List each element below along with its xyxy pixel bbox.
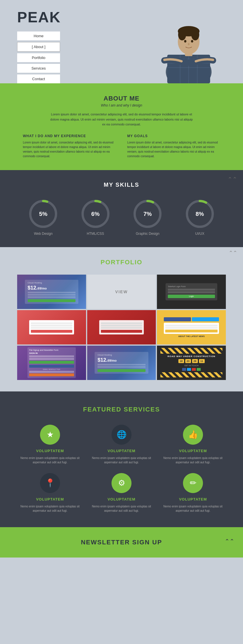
service-icon-pin: 📍 — [40, 473, 60, 493]
skill-label-graphic-design: Graphic Design — [136, 232, 160, 236]
skill-graphic-design: 7% Graphic Design — [133, 200, 162, 236]
services-grid: ★ VOLUPTATEM Nemo enim ipsam voluptatem … — [17, 425, 226, 513]
service-desc-1: Nemo enim ipsam voluptatem quia voluptas… — [17, 456, 83, 464]
about-title: ABOUT ME — [23, 95, 220, 102]
svg-point-12 — [191, 29, 199, 40]
about-description: Lorem ipsum dolor sit amet, consectetur … — [50, 112, 193, 127]
nav-services[interactable]: Services — [17, 64, 60, 73]
skills-grid: 5% Web Design 6% HTML/CSS 7% — [17, 200, 226, 236]
skills-section: ⌃⌃ MY SKILLS 5% Web Design 6% HTML/CSS — [0, 170, 243, 247]
service-desc-4: Nemo enim ipsam voluptatem quia voluptas… — [17, 504, 83, 513]
about-goals-title: MY GOALS — [127, 134, 220, 138]
service-icon-pencil: ✏ — [183, 473, 203, 493]
services-section: FEATURED SERVICES ★ VOLUPTATEM Nemo enim… — [0, 391, 243, 527]
view-label: VIEW — [115, 289, 128, 294]
main-nav: Home [ About ] Portfolio Services Contac… — [17, 31, 60, 83]
portfolio-item-6[interactable]: ABOUT THE LATEST NEWS — [157, 310, 226, 344]
about-columns: WHAT I DO AND MY EXPERIENCE Lorem ipsum … — [23, 134, 220, 159]
service-desc-5: Nemo enim ipsam voluptatem quia voluptas… — [89, 504, 154, 513]
skill-percent-html-css: 6% — [91, 210, 99, 217]
svg-point-15 — [188, 43, 190, 45]
service-item-4: 📍 VOLUPTATEM Nemo enim ipsam voluptatem … — [17, 473, 83, 513]
service-desc-2: Nemo enim ipsam voluptatem quia voluptas… — [89, 456, 154, 464]
nav-contact[interactable]: Contact — [17, 74, 60, 83]
portfolio-grid: Cloud Hosting $12.69/mo VIEW SideKat Log… — [17, 275, 226, 380]
skill-label-html-css: HTML/CSS — [87, 232, 104, 236]
nav-home[interactable]: Home — [17, 31, 60, 40]
nav-about[interactable]: [ About ] — [17, 42, 60, 52]
skill-circle-html-css: 6% — [81, 200, 110, 228]
hero-section: PEAK Home [ About ] Portfolio Services C… — [0, 0, 243, 83]
service-desc-6: Nemo enim ipsam voluptatem quia voluptas… — [160, 504, 226, 513]
portfolio-item-9[interactable]: ROAD WAY UNDER CONSTRUCTION 18 23 29 11 … — [157, 346, 226, 380]
newsletter-scroll-top[interactable]: ⌃⌃ — [225, 537, 234, 547]
service-item-1: ★ VOLUPTATEM Nemo enim ipsam voluptatem … — [17, 425, 83, 464]
service-name-3: VOLUPTATEM — [179, 449, 207, 453]
skill-html-css: 6% HTML/CSS — [81, 200, 110, 236]
portfolio-item-1[interactable]: Cloud Hosting $12.69/mo — [17, 275, 86, 309]
skill-percent-ui-ux: 8% — [196, 210, 204, 217]
skill-circle-ui-ux: 8% — [186, 200, 214, 228]
portfolio-item-8[interactable]: Cloud Hosting $12.69/mo — [87, 346, 156, 380]
newsletter-section: NEWSLETTER SIGN UP ⌃⌃ — [0, 527, 243, 558]
service-name-1: VOLUPTATEM — [36, 449, 64, 453]
service-item-3: 👍 VOLUPTATEM Nemo enim ipsam voluptatem … — [160, 425, 226, 464]
hero-person-image — [157, 15, 220, 83]
about-subtitle: Who I am and why I design — [23, 103, 220, 107]
newsletter-title: NEWSLETTER SIGN UP — [17, 539, 226, 546]
about-col-experience: WHAT I DO AND MY EXPERIENCE Lorem ipsum … — [23, 134, 116, 159]
skill-percent-graphic-design: 7% — [144, 210, 152, 217]
nav-portfolio[interactable]: Portfolio — [17, 53, 60, 62]
service-name-4: VOLUPTATEM — [36, 497, 64, 501]
service-item-6: ✏ VOLUPTATEM Nemo enim ipsam voluptatem … — [160, 473, 226, 513]
skill-label-web-design: Web Design — [34, 232, 53, 236]
service-item-5: ⚙ VOLUPTATEM Nemo enim ipsam voluptatem … — [89, 473, 154, 513]
service-desc-3: Nemo enim ipsam voluptatem quia voluptas… — [160, 456, 226, 464]
svg-point-11 — [178, 29, 186, 40]
portfolio-item-2[interactable]: VIEW — [87, 275, 156, 309]
portfolio-item-4[interactable] — [17, 310, 86, 344]
skill-circle-web-design: 5% — [29, 200, 57, 228]
skill-web-design: 5% Web Design — [29, 200, 57, 236]
about-goals-text: Lorem ipsum dolor sit amet, consectetur … — [127, 140, 220, 159]
service-name-5: VOLUPTATEM — [107, 497, 136, 501]
service-name-6: VOLUPTATEM — [179, 497, 207, 501]
about-experience-title: WHAT I DO AND MY EXPERIENCE — [23, 134, 116, 138]
portfolio-scroll-top[interactable]: ⌃⌃ — [229, 250, 237, 256]
skill-circle-graphic-design: 7% — [133, 200, 162, 228]
portfolio-section: ⌃⌃ PORTFOLIO Cloud Hosting $12.69/mo VIE… — [0, 247, 243, 391]
service-icon-star: ★ — [40, 425, 60, 445]
service-icon-globe: 🌐 — [111, 425, 132, 445]
svg-point-13 — [184, 40, 186, 43]
service-item-2: 🌐 VOLUPTATEM Nemo enim ipsam voluptatem … — [89, 425, 154, 464]
service-icon-thumbsup: 👍 — [183, 425, 203, 445]
about-section: ABOUT ME Who I am and why I design Lorem… — [0, 83, 243, 170]
service-name-2: VOLUPTATEM — [107, 449, 136, 453]
skill-label-ui-ux: UI/UX — [195, 232, 204, 236]
portfolio-title: PORTFOLIO — [17, 259, 226, 266]
about-col-goals: MY GOALS Lorem ipsum dolor sit amet, con… — [127, 134, 220, 159]
service-icon-gear: ⚙ — [111, 473, 132, 493]
about-experience-text: Lorem ipsum dolor sit amet, consectetur … — [23, 140, 116, 159]
portfolio-item-7[interactable]: Flat Signup and Newsletter Form SIGN IN … — [17, 346, 86, 380]
portfolio-item-5[interactable] — [87, 310, 156, 344]
scroll-top-icon[interactable]: ⌃⌃ — [228, 176, 237, 183]
skill-ui-ux: 8% UI/UX — [186, 200, 214, 236]
svg-point-14 — [191, 40, 193, 43]
skill-percent-web-design: 5% — [39, 210, 47, 217]
services-title: FEATURED SERVICES — [17, 406, 226, 413]
portfolio-item-3[interactable]: SideKat Login Form Login — [157, 275, 226, 309]
skills-title: MY SKILLS — [17, 182, 226, 188]
